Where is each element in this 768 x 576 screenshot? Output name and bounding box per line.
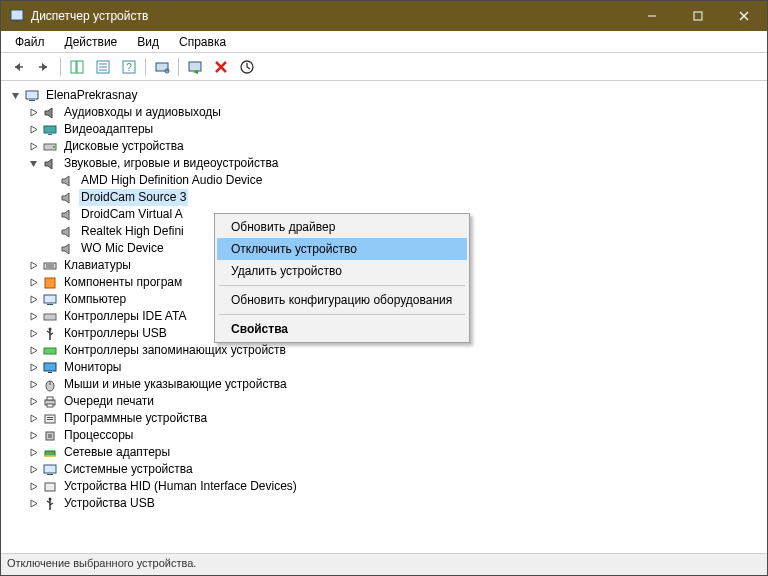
svg-rect-28	[44, 263, 56, 269]
tree-label: Программные устройства	[62, 410, 209, 427]
software-device-icon	[42, 411, 58, 427]
menu-view[interactable]: Вид	[129, 33, 167, 51]
forward-button[interactable]	[32, 55, 56, 79]
computer-icon	[24, 88, 40, 104]
expand-icon[interactable]	[27, 344, 40, 357]
expand-icon[interactable]	[27, 361, 40, 374]
expand-icon[interactable]	[27, 259, 40, 272]
svg-rect-16	[156, 63, 168, 71]
toolbar: ?	[1, 53, 767, 81]
svg-rect-49	[48, 434, 52, 438]
tree-category[interactable]: Мыши и иные указывающие устройства	[5, 376, 763, 393]
expand-icon[interactable]	[27, 276, 40, 289]
tree-category[interactable]: Мониторы	[5, 359, 763, 376]
ctx-uninstall-device[interactable]: Удалить устройство	[217, 260, 467, 282]
svg-text:?: ?	[126, 62, 132, 73]
expand-icon[interactable]	[27, 463, 40, 476]
expand-icon[interactable]	[27, 106, 40, 119]
ctx-separator	[219, 314, 465, 315]
menubar: Файл Действие Вид Справка	[1, 31, 767, 53]
expand-icon[interactable]	[27, 293, 40, 306]
usb-icon	[42, 326, 58, 342]
svg-rect-25	[48, 134, 52, 135]
tree-label: Устройства HID (Human Interface Devices)	[62, 478, 299, 495]
update-driver-button[interactable]	[235, 55, 259, 79]
close-button[interactable]	[721, 1, 767, 31]
svg-rect-47	[47, 419, 53, 420]
toolbar-separator	[145, 58, 146, 76]
help-button[interactable]: ?	[117, 55, 141, 79]
tree-category[interactable]: Системные устройства	[5, 461, 763, 478]
menu-help[interactable]: Справка	[171, 33, 234, 51]
storage-controller-icon	[42, 343, 58, 359]
collapse-icon[interactable]	[27, 157, 40, 170]
expand-icon[interactable]	[27, 480, 40, 493]
tree-category[interactable]: Очереди печати	[5, 393, 763, 410]
uninstall-button[interactable]	[209, 55, 233, 79]
svg-rect-18	[189, 62, 201, 71]
tree-label: Мониторы	[62, 359, 123, 376]
svg-rect-54	[45, 483, 55, 491]
menu-file[interactable]: Файл	[7, 33, 53, 51]
tree-label: Компьютер	[62, 291, 128, 308]
tree-label: Видеоадаптеры	[62, 121, 155, 138]
ctx-update-driver[interactable]: Обновить драйвер	[217, 216, 467, 238]
expand-icon[interactable]	[27, 429, 40, 442]
tree-label: AMD High Definition Audio Device	[79, 172, 264, 189]
tree-category[interactable]: Видеоадаптеры	[5, 121, 763, 138]
ctx-scan-hardware[interactable]: Обновить конфигурацию оборудования	[217, 289, 467, 311]
ctx-properties[interactable]: Свойства	[217, 318, 467, 340]
expand-icon[interactable]	[27, 395, 40, 408]
back-button[interactable]	[6, 55, 30, 79]
expand-icon[interactable]	[27, 123, 40, 136]
window-title: Диспетчер устройств	[31, 9, 629, 23]
scan-hardware-button[interactable]	[150, 55, 174, 79]
menu-action[interactable]: Действие	[57, 33, 126, 51]
tree-category-sound[interactable]: Звуковые, игровые и видеоустройства	[5, 155, 763, 172]
tree-category[interactable]: Сетевые адаптеры	[5, 444, 763, 461]
processor-icon	[42, 428, 58, 444]
tree-label: Клавиатуры	[62, 257, 133, 274]
titlebar[interactable]: Диспетчер устройств	[1, 1, 767, 31]
tree-label: Контроллеры запоминающих устройств	[62, 342, 288, 359]
mouse-icon	[42, 377, 58, 393]
software-component-icon	[42, 275, 58, 291]
tree-category[interactable]: Устройства USB	[5, 495, 763, 512]
expand-icon[interactable]	[27, 327, 40, 340]
properties-button[interactable]	[91, 55, 115, 79]
maximize-button[interactable]	[675, 1, 721, 31]
tree-label: Контроллеры USB	[62, 325, 169, 342]
svg-rect-52	[44, 465, 56, 473]
tree-device[interactable]: AMD High Definition Audio Device	[5, 172, 763, 189]
tree-category[interactable]: Устройства HID (Human Interface Devices)	[5, 478, 763, 495]
tree-device-selected[interactable]: DroidCam Source 3	[5, 189, 763, 206]
expand-icon[interactable]	[27, 310, 40, 323]
expand-icon[interactable]	[27, 497, 40, 510]
app-icon	[9, 8, 25, 24]
svg-rect-22	[26, 91, 38, 99]
tree-category[interactable]: Процессоры	[5, 427, 763, 444]
svg-rect-38	[44, 363, 56, 371]
enable-button[interactable]	[183, 55, 207, 79]
svg-rect-31	[45, 278, 55, 288]
expand-icon[interactable]	[27, 412, 40, 425]
show-hide-tree-button[interactable]	[65, 55, 89, 79]
tree-category[interactable]: Дисковые устройства	[5, 138, 763, 155]
expand-icon[interactable]	[27, 446, 40, 459]
tree-root[interactable]: ElenaPrekrasnay	[5, 87, 763, 104]
expand-icon[interactable]	[27, 140, 40, 153]
ctx-disable-device[interactable]: Отключить устройство	[217, 238, 467, 260]
expand-icon[interactable]	[27, 378, 40, 391]
tree-category[interactable]: Контроллеры запоминающих устройств	[5, 342, 763, 359]
tree-label: DroidCam Virtual A	[79, 206, 185, 223]
tree-category[interactable]: Программные устройства	[5, 410, 763, 427]
svg-rect-3	[694, 12, 702, 20]
minimize-button[interactable]	[629, 1, 675, 31]
tree-label: Мыши и иные указывающие устройства	[62, 376, 289, 393]
sound-icon	[59, 190, 75, 206]
keyboard-icon	[42, 258, 58, 274]
collapse-icon[interactable]	[9, 89, 22, 102]
tree-label: DroidCam Source 3	[79, 189, 188, 206]
toolbar-separator	[60, 58, 61, 76]
tree-category[interactable]: Аудиовходы и аудиовыходы	[5, 104, 763, 121]
